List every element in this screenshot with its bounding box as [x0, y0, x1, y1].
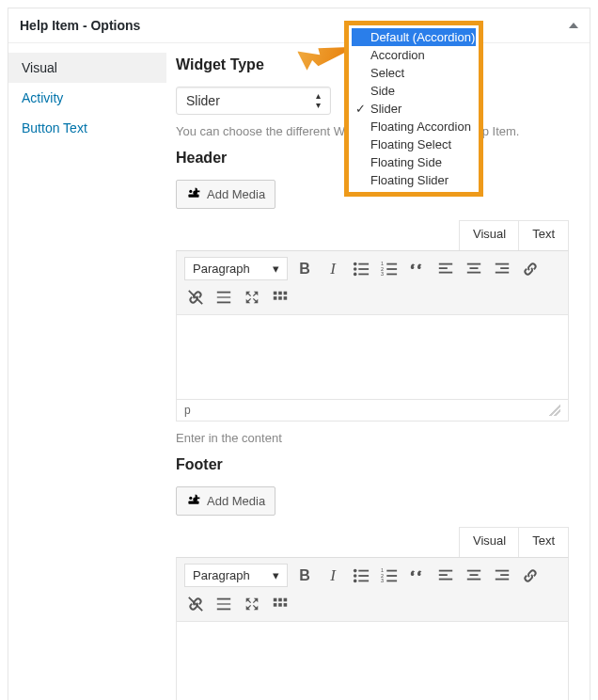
- unlink-button[interactable]: [184, 286, 207, 309]
- numbered-list-button[interactable]: [378, 565, 401, 587]
- option-floating-accordion[interactable]: Floating Accordion: [352, 118, 476, 135]
- editor-tab-visual[interactable]: Visual: [459, 527, 519, 557]
- format-select[interactable]: Paragraph▾: [184, 564, 288, 587]
- fullscreen-button[interactable]: [241, 286, 263, 309]
- editor-content-header[interactable]: [176, 315, 569, 400]
- widget-type-dropdown[interactable]: Default (Accordion) Accordion Select Sid…: [352, 28, 476, 189]
- collapse-toggle-icon[interactable]: [569, 23, 578, 28]
- resize-grip-icon[interactable]: [549, 405, 560, 416]
- metabox-title: Help Item - Options: [20, 18, 140, 33]
- toolbar-toggle-button[interactable]: [269, 593, 291, 615]
- option-slider[interactable]: Slider: [352, 100, 476, 118]
- options-tabs: Visual Activity Button Text: [8, 43, 166, 700]
- option-accordion[interactable]: Accordion: [352, 46, 476, 64]
- toolbar-toggle-button[interactable]: [269, 286, 291, 309]
- link-button[interactable]: [519, 565, 542, 587]
- italic-button[interactable]: I: [322, 565, 344, 587]
- editor-status-header: p: [176, 400, 569, 422]
- widget-type-value: Slider: [186, 93, 220, 108]
- editor-content-footer[interactable]: [176, 622, 569, 700]
- option-floating-select[interactable]: Floating Select: [352, 135, 476, 153]
- numbered-list-button[interactable]: [378, 258, 401, 280]
- link-button[interactable]: [519, 258, 542, 280]
- add-media-button-footer[interactable]: Add Media: [176, 486, 275, 516]
- align-right-button[interactable]: [491, 565, 513, 587]
- blockquote-button[interactable]: [406, 258, 429, 280]
- bold-button[interactable]: B: [293, 565, 316, 587]
- footer-label: Footer: [176, 456, 569, 473]
- caret-down-icon: ▾: [273, 568, 279, 582]
- option-default-accordion[interactable]: Default (Accordion): [352, 28, 476, 46]
- widget-type-dropdown-overlay: Default (Accordion) Accordion Select Sid…: [344, 21, 483, 197]
- italic-button[interactable]: I: [322, 258, 344, 280]
- media-icon: [186, 185, 201, 203]
- bullet-list-button[interactable]: [350, 565, 372, 587]
- tab-visual[interactable]: Visual: [8, 53, 166, 83]
- media-icon: [186, 492, 201, 510]
- add-media-label: Add Media: [207, 494, 265, 508]
- fullscreen-button[interactable]: [241, 593, 263, 615]
- read-more-button[interactable]: [212, 286, 235, 309]
- widget-type-select[interactable]: Slider ▴▾: [176, 87, 331, 115]
- editor-tab-text[interactable]: Text: [518, 527, 569, 557]
- align-left-button[interactable]: [434, 565, 457, 587]
- align-center-button[interactable]: [463, 258, 485, 280]
- bold-button[interactable]: B: [293, 258, 316, 280]
- help-item-options-metabox: Help Item - Options Visual Activity Butt…: [8, 8, 590, 700]
- align-right-button[interactable]: [491, 258, 513, 280]
- align-left-button[interactable]: [434, 258, 457, 280]
- align-center-button[interactable]: [463, 565, 485, 587]
- option-floating-slider[interactable]: Floating Slider: [352, 171, 476, 189]
- option-floating-side[interactable]: Floating Side: [352, 153, 476, 171]
- format-select[interactable]: Paragraph▾: [184, 257, 288, 280]
- editor-path: p: [184, 404, 191, 417]
- tab-activity[interactable]: Activity: [8, 83, 166, 113]
- add-media-label: Add Media: [207, 187, 265, 201]
- option-side[interactable]: Side: [352, 82, 476, 100]
- add-media-button-header[interactable]: Add Media: [176, 180, 275, 209]
- editor-toolbar-footer: Paragraph▾ B I: [176, 557, 569, 622]
- tab-button-text[interactable]: Button Text: [8, 113, 166, 143]
- caret-down-icon: ▾: [273, 262, 279, 276]
- blockquote-button[interactable]: [406, 565, 429, 587]
- read-more-button[interactable]: [212, 593, 235, 615]
- editor-desc-header: Enter in the content: [176, 431, 569, 445]
- metabox-header[interactable]: Help Item - Options: [8, 8, 590, 43]
- editor-tab-text[interactable]: Text: [518, 220, 569, 250]
- caret-icon: ▴▾: [316, 91, 321, 110]
- option-select[interactable]: Select: [352, 64, 476, 82]
- editor-toolbar-header: Paragraph▾ B I: [176, 250, 569, 315]
- bullet-list-button[interactable]: [350, 258, 372, 280]
- unlink-button[interactable]: [184, 593, 207, 615]
- editor-tab-visual[interactable]: Visual: [459, 220, 519, 250]
